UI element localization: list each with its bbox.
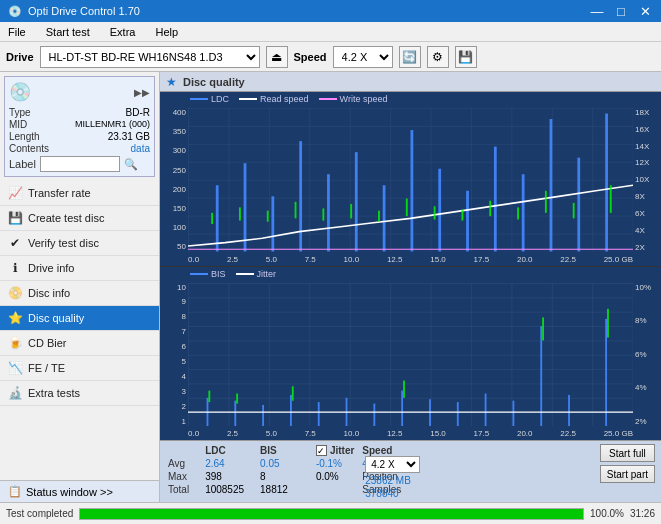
svg-rect-19 <box>267 211 269 222</box>
sidebar-item-disc-info[interactable]: 📀 Disc info <box>0 281 159 306</box>
legend-ldc: LDC <box>190 94 229 104</box>
start-part-button[interactable]: Start part <box>600 465 655 483</box>
svg-rect-47 <box>568 394 570 426</box>
max-bis: 8 <box>252 470 296 483</box>
speed-select[interactable]: 4.2 X <box>333 46 393 68</box>
svg-rect-22 <box>350 204 352 218</box>
nav-items: 📈 Transfer rate 💾 Create test disc ✔ Ver… <box>0 181 159 480</box>
svg-rect-52 <box>403 380 405 397</box>
svg-rect-12 <box>494 147 497 252</box>
verify-test-disc-label: Verify test disc <box>28 237 99 249</box>
eject-button[interactable]: ⏏ <box>266 46 288 68</box>
upper-y-right: 18X 16X 14X 12X 10X 8X 6X 4X 2X <box>633 108 661 252</box>
menu-bar: File Start test Extra Help <box>0 22 661 42</box>
drive-select[interactable]: HL-DT-ST BD-RE WH16NS48 1.D3 <box>40 46 260 68</box>
svg-rect-54 <box>607 308 609 337</box>
svg-rect-18 <box>239 207 241 220</box>
app-icon: 💿 <box>8 5 22 18</box>
contents-value: data <box>131 143 150 154</box>
label-input[interactable] <box>40 156 120 172</box>
speed-select-stats[interactable]: 4.2 X <box>365 456 420 473</box>
status-window-label: Status window >> <box>26 486 113 498</box>
sidebar-item-drive-info[interactable]: ℹ Drive info <box>0 256 159 281</box>
svg-rect-29 <box>545 191 547 213</box>
minimize-button[interactable]: — <box>589 4 605 19</box>
sidebar-item-extra-tests[interactable]: 🔬 Extra tests <box>0 381 159 406</box>
menu-file[interactable]: File <box>4 24 30 40</box>
close-button[interactable]: ✕ <box>637 4 653 19</box>
max-label: Max <box>166 470 197 483</box>
svg-rect-44 <box>485 393 487 426</box>
total-bis: 18812 <box>252 483 296 496</box>
fe-te-icon: 📉 <box>8 361 22 375</box>
menu-extra[interactable]: Extra <box>106 24 140 40</box>
svg-rect-4 <box>271 196 274 251</box>
status-window-button[interactable]: 📋 Status window >> <box>0 480 159 502</box>
progress-area: Test completed 100.0% 31:26 <box>0 502 661 524</box>
svg-rect-23 <box>378 211 380 222</box>
disc-panel-arrow[interactable]: ▶▶ <box>134 87 150 98</box>
legend-write-speed: Write speed <box>319 94 388 104</box>
lower-chart: BIS Jitter 10 9 8 7 6 5 4 3 <box>160 267 661 441</box>
extra-tests-label: Extra tests <box>28 387 80 399</box>
verify-test-disc-icon: ✔ <box>8 236 22 250</box>
avg-bis: 0.05 <box>252 457 296 470</box>
avg-ldc: 2.64 <box>197 457 252 470</box>
upper-x-axis: 0.0 2.5 5.0 7.5 10.0 12.5 15.0 17.5 20.0… <box>188 255 633 264</box>
samples-value: 378840 <box>365 488 420 499</box>
jitter-label: Jitter <box>330 445 354 456</box>
sidebar-item-cd-bier[interactable]: 🍺 CD Bier <box>0 331 159 356</box>
drive-info-label: Drive info <box>28 262 74 274</box>
start-full-button[interactable]: Start full <box>600 444 655 462</box>
mid-label: MID <box>9 119 27 130</box>
disc-quality-header-icon: ★ <box>166 75 177 89</box>
progress-bar-inner <box>80 509 583 519</box>
type-value: BD-R <box>126 107 150 118</box>
svg-rect-14 <box>550 119 553 251</box>
drive-info-icon: ℹ <box>8 261 22 275</box>
svg-rect-17 <box>211 213 213 224</box>
max-jitter: 0.0% <box>312 470 358 483</box>
svg-rect-53 <box>542 317 544 340</box>
sidebar-item-verify-test-disc[interactable]: ✔ Verify test disc <box>0 231 159 256</box>
lower-x-axis: 0.0 2.5 5.0 7.5 10.0 12.5 15.0 17.5 20.0… <box>188 429 633 438</box>
fe-te-label: FE / TE <box>28 362 65 374</box>
svg-rect-41 <box>401 390 403 426</box>
progress-text: 100.0% <box>590 508 624 519</box>
svg-rect-27 <box>489 201 491 216</box>
svg-rect-48 <box>605 318 607 426</box>
disc-icon: 💿 <box>9 81 31 103</box>
sidebar-item-disc-quality[interactable]: ⭐ Disc quality <box>0 306 159 331</box>
transfer-rate-icon: 📈 <box>8 186 22 200</box>
position-value: 23862 MB <box>365 475 420 486</box>
svg-rect-6 <box>327 174 330 251</box>
cd-bier-icon: 🍺 <box>8 336 22 350</box>
disc-quality-icon: ⭐ <box>8 311 22 325</box>
total-label: Total <box>166 483 197 496</box>
menu-help[interactable]: Help <box>151 24 182 40</box>
drive-label: Drive <box>6 51 34 63</box>
svg-rect-15 <box>577 158 580 252</box>
sidebar-item-fe-te[interactable]: 📉 FE / TE <box>0 356 159 381</box>
sidebar-item-create-test-disc[interactable]: 💾 Create test disc <box>0 206 159 231</box>
sidebar-item-transfer-rate[interactable]: 📈 Transfer rate <box>0 181 159 206</box>
stats-area: LDC BIS ✓ Jitter Speed Avg 2.64 0.05 <box>160 440 661 502</box>
refresh-button[interactable]: 🔄 <box>399 46 421 68</box>
speed-position-section: 4.2 X 23862 MB 378840 <box>365 456 420 499</box>
svg-rect-30 <box>573 203 575 218</box>
disc-quality-header: ★ Disc quality <box>160 72 661 92</box>
menu-start-test[interactable]: Start test <box>42 24 94 40</box>
upper-chart: LDC Read speed Write speed 400 350 30 <box>160 92 661 267</box>
svg-rect-8 <box>383 185 386 251</box>
jitter-checkbox[interactable]: ✓ <box>316 445 327 456</box>
app-title: Opti Drive Control 1.70 <box>28 5 140 17</box>
label-icon[interactable]: 🔍 <box>124 158 138 171</box>
main-layout: 💿 ▶▶ Type BD-R MID MILLENMR1 (000) Lengt… <box>0 72 661 502</box>
svg-rect-26 <box>461 210 463 221</box>
title-bar: 💿 Opti Drive Control 1.70 — □ ✕ <box>0 0 661 22</box>
type-label: Type <box>9 107 31 118</box>
svg-rect-16 <box>605 114 608 252</box>
maximize-button[interactable]: □ <box>613 4 629 19</box>
export-button[interactable]: 💾 <box>455 46 477 68</box>
settings-button[interactable]: ⚙ <box>427 46 449 68</box>
